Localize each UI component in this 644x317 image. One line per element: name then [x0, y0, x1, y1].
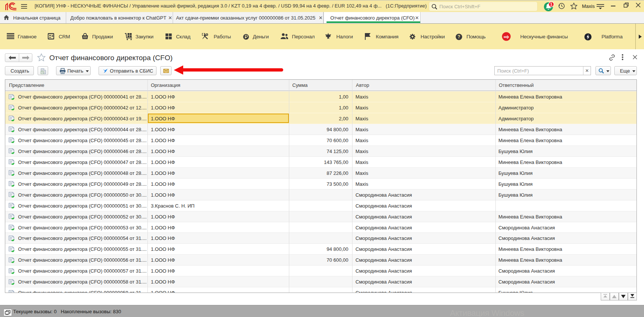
svg-text:?: ? [457, 34, 460, 39]
svg-text:1: 1 [550, 2, 553, 6]
svg-text:нф: нф [504, 35, 509, 39]
